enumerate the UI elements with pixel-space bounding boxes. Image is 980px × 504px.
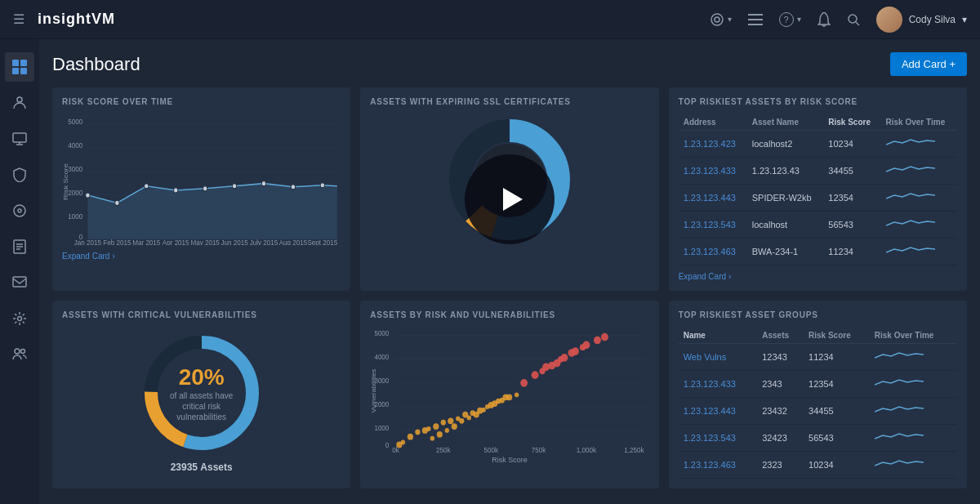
svg-point-123 xyxy=(580,344,586,350)
list-view-icon[interactable] xyxy=(748,14,763,25)
group-score: 34455 xyxy=(804,398,870,425)
group-name[interactable]: 1.23.123.543 xyxy=(679,425,758,452)
svg-point-107 xyxy=(488,402,494,408)
notifications-icon[interactable] xyxy=(817,12,831,27)
main-content: Dashboard Add Card + RISK SCORE OVER TIM… xyxy=(39,39,980,504)
help-icon[interactable]: ? ▾ xyxy=(779,12,801,27)
svg-point-22 xyxy=(18,317,22,321)
risk-score: 56543 xyxy=(823,212,880,239)
svg-text:1,000k: 1,000k xyxy=(577,446,597,454)
top-navigation: ☰ insightVM ▾ ? ▾ Cody Silva ▾ xyxy=(0,0,980,39)
sidebar-item-threats[interactable] xyxy=(5,160,34,190)
sidebar-item-users[interactable] xyxy=(5,340,34,369)
table-row: Web Vulns 12343 11234 xyxy=(679,344,957,371)
asset-address[interactable]: 1.23.123.543 xyxy=(679,212,747,239)
svg-rect-9 xyxy=(12,68,19,74)
page-title: Dashboard xyxy=(52,54,140,75)
assets-count: 23935 Assets xyxy=(62,462,341,473)
svg-point-88 xyxy=(441,420,446,426)
svg-text:Feb 2015: Feb 2015 xyxy=(103,238,131,245)
sparkline-cell xyxy=(870,371,957,398)
svg-point-38 xyxy=(86,193,90,198)
svg-point-100 xyxy=(437,431,443,438)
svg-point-83 xyxy=(408,434,413,440)
risk-vulns-card: ASSETS BY RISK AND VULNERABILITIES 5000 … xyxy=(360,301,658,488)
col-risk-over-time: Risk Over Time xyxy=(881,114,957,131)
svg-text:Mar 2015: Mar 2015 xyxy=(132,238,160,245)
table-row: 1.23.123.543 localhost 56543 xyxy=(679,212,957,239)
top-riskiest-table: Address Asset Name Risk Score Risk Over … xyxy=(679,114,957,265)
asset-address[interactable]: 1.23.123.443 xyxy=(679,185,747,212)
critical-vulns-title: ASSETS WITH CRITICAL VULNERABILITIES xyxy=(62,310,341,319)
top-groups-title: TOP RISKIEST ASSET GROUPS xyxy=(679,310,957,319)
risk-score: 10234 xyxy=(823,131,880,158)
asset-address[interactable]: 1.23.123.463 xyxy=(679,239,747,265)
ssl-certs-title: ASSETS WITH EXPIRING SSL CERTIFICATES xyxy=(370,97,648,106)
nav-right: ▾ ? ▾ Cody Silva ▾ xyxy=(710,7,967,33)
expand-card-riskiest[interactable]: Expand Card › xyxy=(679,272,957,281)
group-assets: 12343 xyxy=(757,344,804,371)
sparkline-cell xyxy=(881,239,957,265)
table-row: 1.23.123.423 localhost2 10234 xyxy=(679,131,957,158)
asset-address[interactable]: 1.23.123.423 xyxy=(679,131,747,158)
svg-text:1000: 1000 xyxy=(68,212,82,221)
sidebar-item-assets[interactable] xyxy=(5,88,34,118)
sidebar xyxy=(0,39,39,504)
svg-rect-3 xyxy=(748,19,763,20)
svg-point-82 xyxy=(401,440,405,445)
table-row: 1.23.123.463 2323 10234 xyxy=(679,452,957,479)
svg-text:Jun 2015: Jun 2015 xyxy=(220,238,247,245)
svg-rect-21 xyxy=(13,277,26,287)
svg-point-119 xyxy=(540,368,546,374)
group-name[interactable]: 1.23.123.433 xyxy=(679,371,758,398)
svg-point-87 xyxy=(434,423,439,430)
asset-icon[interactable]: ▾ xyxy=(710,12,732,27)
table-row: 1.23.123.443 SPIDER-W2kb 12354 xyxy=(679,185,957,212)
expand-card-risk[interactable]: Expand Card › xyxy=(62,252,341,261)
sidebar-item-dashboard[interactable] xyxy=(5,52,34,82)
col-address: Address xyxy=(679,114,747,131)
svg-point-41 xyxy=(174,188,178,193)
asset-name: 1.23.123.43 xyxy=(747,158,824,185)
sidebar-item-messages[interactable] xyxy=(5,268,34,297)
asset-address[interactable]: 1.23.123.433 xyxy=(679,158,747,185)
svg-point-117 xyxy=(594,337,601,345)
svg-rect-2 xyxy=(748,14,763,16)
svg-text:2000: 2000 xyxy=(68,189,82,198)
svg-point-108 xyxy=(496,399,501,404)
sidebar-item-reports[interactable] xyxy=(5,232,34,261)
critical-vulns-card: ASSETS WITH CRITICAL VULNERABILITIES 20%… xyxy=(52,301,350,488)
svg-text:500k: 500k xyxy=(484,446,499,454)
svg-rect-12 xyxy=(13,133,26,142)
risk-score: 34455 xyxy=(823,158,880,185)
svg-text:Jan 2015: Jan 2015 xyxy=(74,238,101,245)
svg-point-105 xyxy=(474,412,479,418)
svg-line-6 xyxy=(856,22,859,25)
search-icon[interactable] xyxy=(847,13,860,26)
group-name[interactable]: 1.23.123.463 xyxy=(679,452,758,479)
sparkline-cell xyxy=(870,425,957,452)
user-menu[interactable]: Cody Silva ▾ xyxy=(876,7,967,33)
svg-point-110 xyxy=(520,379,528,387)
scatter-chart: 5000 4000 3000 2000 1000 0 0k 250k 500k … xyxy=(370,328,648,454)
sidebar-item-integrations[interactable] xyxy=(5,304,34,333)
sidebar-item-monitor[interactable] xyxy=(5,124,34,154)
sidebar-item-policies[interactable] xyxy=(5,196,34,225)
group-score: 12354 xyxy=(804,371,870,398)
group-name[interactable]: 1.23.123.443 xyxy=(679,398,758,425)
critical-vulns-donut: 20% of all assets have critical risk vul… xyxy=(62,328,341,458)
top-riskiest-card: TOP RISKIEST ASSETS BY RISK SCORE Addres… xyxy=(669,87,967,291)
svg-point-98 xyxy=(514,392,519,397)
table-row: 1.23.123.443 23432 34455 xyxy=(679,398,957,425)
col-score: Risk Score xyxy=(804,328,870,344)
avatar xyxy=(876,7,902,33)
svg-point-1 xyxy=(715,17,719,22)
svg-text:May 2015: May 2015 xyxy=(190,238,220,245)
svg-text:5000: 5000 xyxy=(68,118,82,127)
group-score: 10234 xyxy=(804,452,870,479)
video-play-button[interactable] xyxy=(465,154,555,244)
svg-text:Risk Score: Risk Score xyxy=(62,163,69,200)
hamburger-menu-icon[interactable]: ☰ xyxy=(13,11,24,27)
svg-rect-7 xyxy=(12,60,19,66)
add-card-button[interactable]: Add Card + xyxy=(890,52,967,76)
